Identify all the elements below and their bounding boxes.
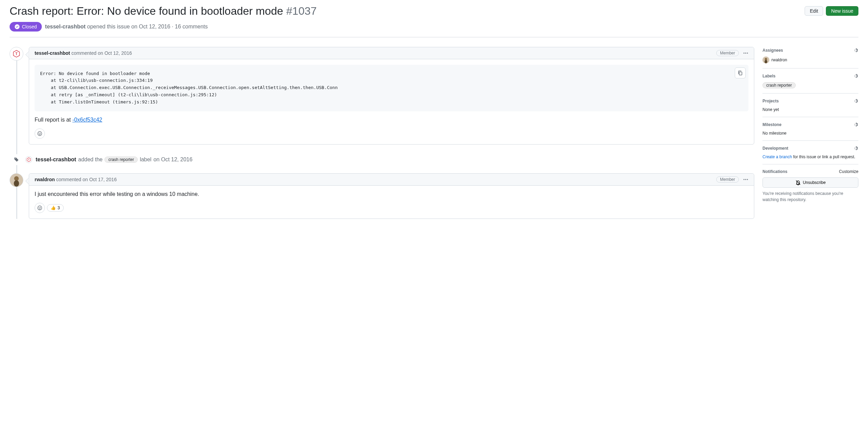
assignee-avatar [762, 57, 769, 63]
comment-author[interactable]: tessel-crashbot [35, 50, 70, 56]
labels-settings[interactable] [853, 73, 858, 79]
issue-title: Crash report: Error: No device found in … [10, 4, 799, 18]
issue-meta: tessel-crashbot opened this issue on Oct… [45, 24, 208, 30]
add-reaction-button[interactable] [35, 203, 45, 213]
comment-author[interactable]: rwaldron [35, 177, 55, 182]
comment-header-text: tessel-crashbot commented on Oct 12, 201… [35, 50, 132, 56]
svg-point-6 [38, 132, 42, 136]
role-badge: Member [716, 50, 739, 56]
comment-menu-button[interactable] [743, 50, 748, 56]
event-icon-wrapper [11, 154, 22, 165]
smiley-icon [37, 131, 42, 136]
create-branch-link[interactable]: Create a branch [762, 154, 792, 159]
issue-title-text: Crash report: Error: No device found in … [10, 5, 283, 17]
comment-date[interactable]: on Oct 12, 2016 [98, 50, 132, 56]
projects-value: None yet [762, 107, 858, 112]
add-reaction-button[interactable] [35, 128, 45, 139]
projects-title: Projects [762, 99, 779, 103]
gear-icon [853, 48, 858, 53]
development-settings[interactable] [853, 146, 858, 151]
event-author[interactable]: tessel-crashbot [36, 157, 76, 163]
issue-number: #1037 [286, 5, 317, 17]
tessel-logo-icon: T [12, 50, 21, 58]
state-text: Closed [22, 24, 37, 29]
development-title: Development [762, 146, 788, 151]
assignees-settings[interactable] [853, 48, 858, 53]
svg-point-8 [40, 133, 40, 133]
milestone-value: No milestone [762, 131, 858, 136]
svg-rect-5 [739, 72, 742, 75]
svg-point-12 [14, 176, 18, 181]
projects-settings[interactable] [853, 98, 858, 104]
event-text: tessel-crashbot added the crash reporter… [36, 157, 193, 163]
copy-button[interactable] [735, 67, 746, 78]
svg-point-14 [744, 179, 745, 180]
kebab-icon [743, 50, 748, 56]
smiley-icon [37, 205, 42, 211]
svg-point-18 [39, 207, 39, 208]
assignee-name: rwaldron [771, 58, 787, 62]
notification-reason: You're receiving notifications because y… [762, 190, 858, 203]
comment-date[interactable]: on Oct 17, 2016 [83, 177, 117, 182]
labels-title: Labels [762, 74, 776, 78]
svg-point-3 [745, 52, 746, 53]
avatar[interactable]: T [10, 47, 23, 61]
new-issue-button[interactable]: New issue [826, 6, 858, 16]
copy-icon [737, 70, 743, 76]
milestone-settings[interactable] [853, 122, 858, 127]
comment-body-text: I just encountered this error while test… [35, 191, 748, 197]
development-content: Create a branch for this issue or link a… [762, 154, 858, 159]
comment-menu-button[interactable] [743, 177, 748, 182]
gear-icon [853, 146, 858, 151]
report-link[interactable]: -0x6cf53c42 [72, 117, 102, 123]
comment-body-text: Full report is at -0x6cf53c42 [35, 117, 748, 123]
event-avatar[interactable]: T [25, 156, 32, 163]
label-pill[interactable]: crash reporter [762, 82, 796, 88]
issue-author[interactable]: tessel-crashbot [45, 24, 86, 29]
svg-point-21 [765, 58, 767, 60]
svg-point-15 [745, 179, 746, 180]
customize-link[interactable]: Customize [839, 169, 858, 174]
comment-header-text: rwaldron commented on Oct 17, 2016 [35, 177, 117, 182]
avatar[interactable] [10, 173, 23, 187]
unsubscribe-button[interactable]: Unsubscribe [762, 177, 858, 188]
svg-point-4 [747, 52, 748, 53]
svg-point-7 [39, 133, 39, 133]
role-badge: Member [716, 176, 739, 183]
gear-icon [853, 98, 858, 104]
reaction-thumbsup[interactable]: 👍 3 [47, 204, 64, 212]
svg-text:T: T [15, 52, 17, 56]
reaction-count: 3 [58, 206, 60, 210]
gear-icon [853, 73, 858, 79]
code-block: Error: No device found in bootloader mod… [35, 65, 748, 111]
svg-point-2 [744, 52, 745, 53]
notifications-title: Notifications [762, 169, 788, 174]
user-avatar-icon [10, 173, 23, 187]
thumbsup-emoji: 👍 [51, 206, 56, 210]
assignees-title: Assignees [762, 48, 783, 53]
svg-point-17 [38, 206, 42, 210]
svg-point-22 [765, 60, 767, 63]
gear-icon [853, 122, 858, 127]
milestone-title: Milestone [762, 122, 781, 127]
svg-point-16 [747, 179, 748, 180]
event-label[interactable]: crash reporter [104, 157, 138, 163]
bell-slash-icon [795, 180, 801, 185]
svg-text:T: T [28, 159, 29, 161]
tag-icon [14, 157, 19, 162]
edit-button[interactable]: Edit [805, 6, 823, 16]
assignee-item[interactable]: rwaldron [762, 57, 858, 63]
issue-state-badge: Closed [10, 22, 42, 32]
tessel-logo-icon: T [26, 157, 31, 162]
closed-icon [14, 24, 20, 29]
svg-point-19 [40, 207, 40, 208]
svg-point-13 [14, 180, 19, 187]
kebab-icon [743, 177, 748, 182]
